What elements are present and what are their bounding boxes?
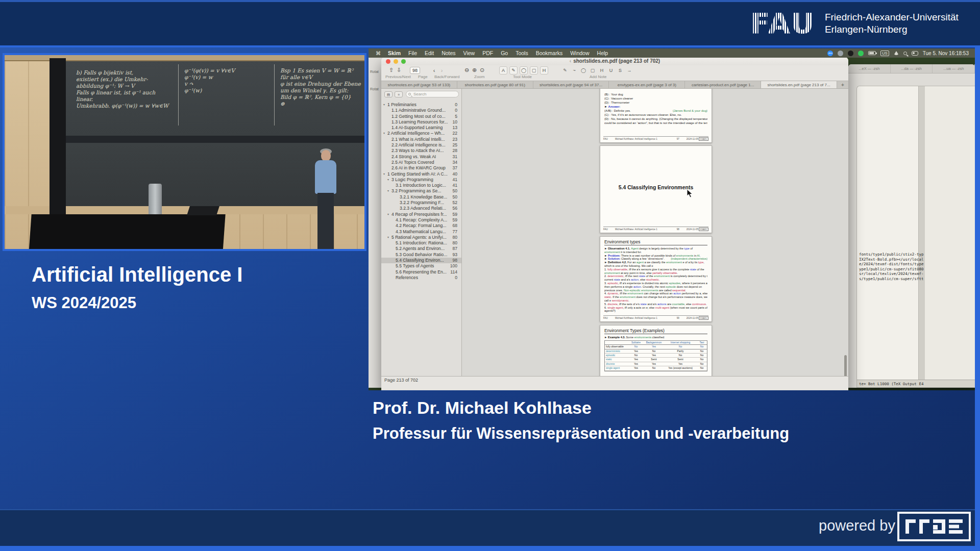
terminal-window[interactable]: ...eX — -zsh...da — -zsh...ua — -zsh fon… <box>848 64 975 388</box>
outline-row[interactable]: ▾ 4.3 Mathematical Langu... 77 <box>381 229 461 235</box>
menu-bar-clock[interactable]: Tue 5. Nov 16:18:53 <box>923 51 969 56</box>
menu-item[interactable]: Bookmarks <box>536 50 563 56</box>
add-note-button[interactable]: ▢ <box>589 68 596 73</box>
outline-row[interactable]: ▾ References 0 <box>381 275 461 281</box>
green-status-icon[interactable] <box>858 51 864 56</box>
outline-row[interactable]: ▾ 2.6 AI in the KWARC Group 37 <box>381 165 461 171</box>
chevron-down-icon[interactable]: ▾ <box>387 212 391 217</box>
add-note-button[interactable]: ~ <box>571 68 578 73</box>
add-note-button[interactable]: ◯ <box>580 68 587 73</box>
sidebar-view-button[interactable]: ▤ <box>384 91 393 97</box>
tool-mode-button[interactable]: ✎ <box>509 66 518 74</box>
outline-row[interactable]: ▾ 3.2.3 Advanced Relati... 56 <box>381 206 461 211</box>
add-note-button[interactable]: H <box>598 68 605 73</box>
outline-row[interactable]: ▾ 5.4 Classifying Environ... 98 <box>381 258 461 263</box>
outline-row[interactable]: ▾ 3 Logic Programming 41 <box>381 177 461 183</box>
editor-pane-divider[interactable] <box>918 86 925 387</box>
document-tab[interactable]: shortslides.en.pdf (page 213 of 7... <box>761 81 837 88</box>
outline-row[interactable]: ▾ 5.6 Representing the En... 114 <box>381 269 461 275</box>
menu-item[interactable]: Help <box>597 50 608 56</box>
forward-button[interactable]: › <box>438 67 446 73</box>
document-tab[interactable]: shortslides.en.pdf (page 94 of 37... <box>533 81 609 88</box>
outline-row[interactable]: ▾ 2.3 Ways to Attack the AI... 28 <box>381 148 461 154</box>
background-window-strip[interactable]: Rotat Rotat <box>369 58 383 388</box>
menu-item[interactable]: Notes <box>442 50 455 56</box>
outline-row[interactable]: ▾ 2.5 AI Topics Covered 34 <box>381 160 461 165</box>
control-center-icon[interactable] <box>912 51 918 56</box>
outline-row[interactable]: ▾ 5 Rational Agents: a Unifyi... 80 <box>381 235 461 240</box>
outline-row[interactable]: ▾ 1.2 Getting Most out of co... 5 <box>381 114 461 119</box>
next-page-button[interactable]: ⇩ <box>395 67 403 73</box>
outline-row[interactable]: ▾ 1 Preliminaries 0 <box>381 102 461 108</box>
document-tab[interactable]: envtypes-ex.en.pdf (page 3 of 3) <box>609 81 685 88</box>
outline-row[interactable]: ▾ 1.1 Administrative Ground... 0 <box>381 108 461 113</box>
chevron-down-icon[interactable]: ▾ <box>383 131 387 136</box>
sidebar-view-button[interactable]: ≡ <box>395 91 403 97</box>
pdf-view[interactable]: (B) : Your dog(C) : Vacuum cleaner(D) : … <box>462 89 848 383</box>
page-number-input[interactable]: 98 <box>410 67 420 74</box>
menu-item[interactable]: Tools <box>516 50 528 56</box>
add-note-button[interactable]: → <box>626 68 633 73</box>
sidebar-search-input[interactable]: Search <box>406 91 459 97</box>
outline-row[interactable]: ▾ 5.5 Types of Agents 100 <box>381 263 461 269</box>
outline-row[interactable]: ▾ 1.4 AI-Supported Learning 13 <box>381 125 461 131</box>
outline-row[interactable]: ▾ 5.3 Good Behavior Ratio... 93 <box>381 252 461 258</box>
zoom-app-icon[interactable]: zm <box>827 51 833 56</box>
menu-item[interactable]: Skim <box>388 50 401 56</box>
menu-item[interactable]: View <box>463 50 475 56</box>
outline-row[interactable]: ▾ 1 Getting Started with AI: A C... 40 <box>381 171 461 177</box>
outline-row[interactable]: ▾ 2 Artificial Intelligence – Wh... 22 <box>381 131 461 136</box>
outline-row[interactable]: ▾ 1.3 Learning Resources for... 10 <box>381 119 461 125</box>
apple-menu-icon[interactable]: ⌘ <box>376 51 381 56</box>
battery-icon[interactable] <box>868 51 876 55</box>
tool-mode-button[interactable]: H <box>540 66 548 74</box>
menu-item[interactable]: File <box>408 50 417 56</box>
terminal-tab[interactable]: ...da — -zsh <box>891 64 933 73</box>
menu-item[interactable]: Edit <box>425 50 434 56</box>
back-button[interactable]: ‹ <box>430 67 438 73</box>
menu-item[interactable]: Go <box>501 50 508 56</box>
menu-item[interactable]: PDF <box>482 50 493 56</box>
outline-row[interactable]: ▾ 4.1 Recap: Complexity A... 59 <box>381 217 461 223</box>
outline-row[interactable]: ▾ 3.2.2 Programming F... 52 <box>381 200 461 206</box>
chevron-down-icon[interactable]: ▾ <box>383 171 387 177</box>
terminal-tab[interactable]: ...ua — -zsh <box>933 64 975 73</box>
outline-row[interactable]: ▾ 3.2 Programming as Se... 50 <box>381 188 461 194</box>
window-titlebar[interactable]: ‹shortslides.en.pdf (page 213 of 702) <box>381 57 848 65</box>
chevron-down-icon[interactable]: ▾ <box>387 235 391 240</box>
spotlight-search-icon[interactable] <box>903 52 907 55</box>
menu-item[interactable]: Window <box>570 50 589 56</box>
chevron-down-icon[interactable]: ▾ <box>387 177 391 183</box>
add-note-button[interactable]: S <box>617 68 624 73</box>
document-tab[interactable]: shortnotes.en.pdf (page 53 of 133) <box>381 81 457 88</box>
chevron-down-icon[interactable]: ▾ <box>383 102 387 108</box>
tool-mode-button[interactable]: ▢ <box>530 66 538 74</box>
tool-mode-button[interactable]: A <box>499 66 507 74</box>
chevron-down-icon[interactable]: ▾ <box>387 188 391 194</box>
zoom-out-button[interactable]: ⊖ <box>463 67 471 73</box>
outline-row[interactable]: ▾ 3.1 Introduction to Logic... 41 <box>381 183 461 188</box>
wifi-icon[interactable] <box>894 51 899 55</box>
document-tab[interactable]: cartesian-product.en.pdf (page 1... <box>685 81 761 88</box>
outline-row[interactable]: ▾ 4.2 Recap: Formal Lang... 68 <box>381 223 461 229</box>
document-tab[interactable]: shortnotes.en.pdf (page 80 of 91) <box>457 81 533 88</box>
new-tab-button[interactable]: + <box>837 81 848 88</box>
globe-icon[interactable] <box>838 51 843 56</box>
zoom-fit-button[interactable]: ⊙ <box>478 67 486 73</box>
outline-row[interactable]: ▾ 5.1 Introduction: Rationa... 80 <box>381 240 461 246</box>
outline-row[interactable]: ▾ 2.1 What is Artificial Intelli... 23 <box>381 137 461 142</box>
outline-row[interactable]: ▾ 2.2 Artificial Intelligence is... 25 <box>381 142 461 148</box>
outline-row[interactable]: ▾ 2.4 Strong vs. Weak AI 31 <box>381 154 461 160</box>
keyboard-layout-indicator[interactable]: US <box>880 51 889 56</box>
menulet-icon[interactable] <box>848 51 853 56</box>
outline-row[interactable]: ▾ 3.2.1 Knowledge Base... 50 <box>381 194 461 200</box>
add-note-button[interactable]: U <box>607 68 615 73</box>
previous-page-button[interactable]: ⇧ <box>387 67 395 73</box>
outline-row[interactable]: ▾ 4 Recap of Prerequisites fr... 59 <box>381 212 461 217</box>
add-note-button[interactable]: ✎ <box>561 68 569 73</box>
zoom-in-button[interactable]: ⊕ <box>471 67 478 73</box>
outline-row[interactable]: ▾ 5.2 Agents and Environ... 87 <box>381 246 461 252</box>
editor-window[interactable]: fonts/type1/public/stix2-typIX2Text-Bold… <box>856 86 975 388</box>
terminal-tab[interactable]: ...eX — -zsh <box>848 64 891 73</box>
tool-mode-button[interactable]: ◯ <box>520 66 528 74</box>
